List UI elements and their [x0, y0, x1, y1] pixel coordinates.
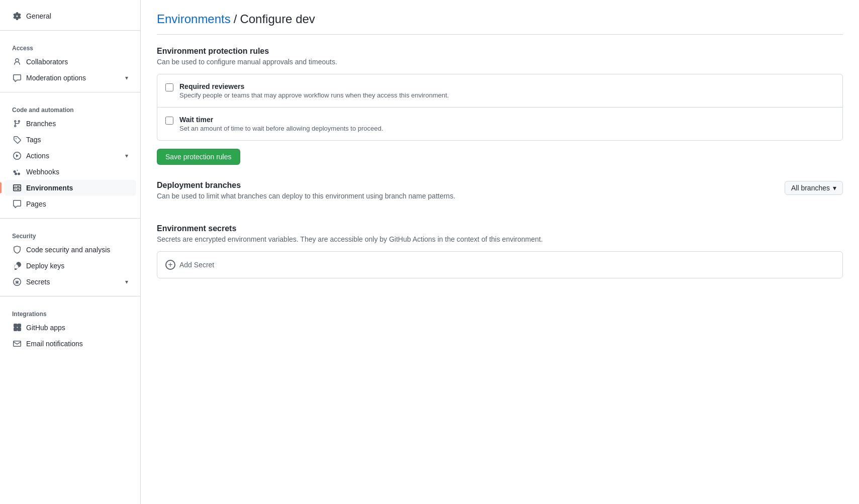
rules-box: Required reviewers Specify people or tea… [157, 74, 843, 141]
divider [0, 218, 140, 219]
deploy-info: Deployment branches Can be used to limit… [157, 181, 777, 208]
sidebar-item-github-apps[interactable]: GitHub apps [4, 320, 136, 336]
branches-label: Branches [26, 120, 56, 128]
wait-timer-checkbox[interactable] [165, 117, 173, 125]
rule-content-wait-timer: Wait timer Set an amount of time to wait… [179, 116, 383, 132]
breadcrumb-current: Configure dev [240, 12, 315, 26]
breadcrumb-link[interactable]: Environments [157, 12, 231, 26]
protection-rules-title: Environment protection rules [157, 47, 843, 56]
sidebar-item-deploy-keys[interactable]: Deploy keys [4, 258, 136, 274]
chevron-down-icon: ▾ [125, 278, 128, 285]
sidebar-item-moderation[interactable]: Moderation options ▾ [4, 70, 136, 86]
sidebar-item-environments[interactable]: Environments [4, 180, 136, 196]
code-security-label: Code security and analysis [26, 246, 110, 254]
sidebar: General Access Collaborators Moderation … [0, 0, 141, 504]
breadcrumb-separator: / [234, 12, 237, 26]
actions-label: Actions [26, 152, 49, 160]
pages-label: Pages [26, 200, 46, 208]
sidebar-item-general[interactable]: General [4, 8, 136, 24]
all-branches-label: All branches [791, 184, 830, 192]
sidebar-item-general-label: General [26, 12, 51, 20]
pages-icon [12, 199, 22, 209]
apps-icon [12, 323, 22, 333]
main-content: Environments / Configure dev Environment… [141, 0, 859, 504]
page-header: Environments / Configure dev [157, 12, 843, 35]
key-icon [12, 261, 22, 271]
required-reviewers-desc: Specify people or teams that may approve… [179, 91, 449, 99]
deployment-branches-title: Deployment branches [157, 181, 777, 190]
server-icon [12, 183, 22, 193]
chevron-down-icon: ▾ [125, 74, 128, 81]
email-notifications-label: Email notifications [26, 340, 83, 348]
rule-item-reviewers: Required reviewers Specify people or tea… [157, 74, 842, 107]
deploy-row: Deployment branches Can be used to limit… [157, 181, 843, 208]
rule-item-wait-timer: Wait timer Set an amount of time to wait… [157, 107, 842, 140]
add-icon: + [165, 260, 175, 270]
sidebar-item-collaborators[interactable]: Collaborators [4, 54, 136, 70]
gear-icon [12, 11, 22, 21]
tag-icon [12, 135, 22, 145]
secrets-label: Secrets [26, 278, 50, 286]
moderation-label: Moderation options [26, 74, 86, 82]
section-label-integrations: Integrations [0, 303, 140, 320]
add-secret-label: Add Secret [179, 261, 214, 269]
sidebar-item-pages[interactable]: Pages [4, 196, 136, 212]
divider [0, 92, 140, 92]
add-secret-button[interactable]: + Add Secret [157, 251, 843, 278]
git-branch-icon [12, 119, 22, 129]
sidebar-item-secrets[interactable]: Secrets ▾ [4, 274, 136, 290]
environment-secrets-section: Environment secrets Secrets are encrypte… [157, 224, 843, 278]
environment-secrets-title: Environment secrets [157, 224, 843, 233]
wait-timer-title: Wait timer [179, 116, 383, 124]
github-apps-label: GitHub apps [26, 324, 65, 332]
asterisk-icon [12, 277, 22, 287]
deployment-branches-section: Deployment branches Can be used to limit… [157, 181, 843, 208]
sidebar-item-code-security[interactable]: Code security and analysis [4, 242, 136, 258]
required-reviewers-checkbox[interactable] [165, 83, 173, 91]
sidebar-item-webhooks[interactable]: Webhooks [4, 164, 136, 180]
required-reviewers-title: Required reviewers [179, 82, 449, 90]
webhook-icon [12, 167, 22, 177]
deploy-keys-label: Deploy keys [26, 262, 64, 270]
collaborators-label: Collaborators [26, 58, 68, 66]
chevron-down-icon: ▾ [833, 184, 836, 192]
save-protection-rules-button[interactable]: Save protection rules [157, 149, 240, 165]
protection-rules-desc: Can be used to configure manual approval… [157, 58, 843, 66]
divider [0, 30, 140, 31]
environment-secrets-desc: Secrets are encrypted environment variab… [157, 235, 843, 243]
section-label-access: Access [0, 37, 140, 54]
tags-label: Tags [26, 136, 41, 144]
sidebar-item-actions[interactable]: Actions ▾ [4, 148, 136, 164]
shield-icon [12, 245, 22, 255]
environments-label: Environments [26, 184, 73, 192]
rule-content-reviewers: Required reviewers Specify people or tea… [179, 82, 449, 99]
play-icon [12, 151, 22, 161]
wait-timer-desc: Set an amount of time to wait before all… [179, 125, 383, 132]
comment-icon [12, 73, 22, 83]
chevron-down-icon: ▾ [125, 152, 128, 159]
mail-icon [12, 339, 22, 349]
protection-rules-section: Environment protection rules Can be used… [157, 47, 843, 165]
person-icon [12, 57, 22, 67]
deployment-branches-desc: Can be used to limit what branches can d… [157, 192, 777, 200]
sidebar-item-branches[interactable]: Branches [4, 116, 136, 132]
sidebar-item-tags[interactable]: Tags [4, 132, 136, 148]
sidebar-item-email-notifications[interactable]: Email notifications [4, 336, 136, 352]
webhooks-label: Webhooks [26, 168, 59, 176]
all-branches-dropdown[interactable]: All branches ▾ [785, 181, 843, 195]
divider [0, 296, 140, 296]
section-label-code: Code and automation [0, 98, 140, 116]
section-label-security: Security [0, 225, 140, 242]
